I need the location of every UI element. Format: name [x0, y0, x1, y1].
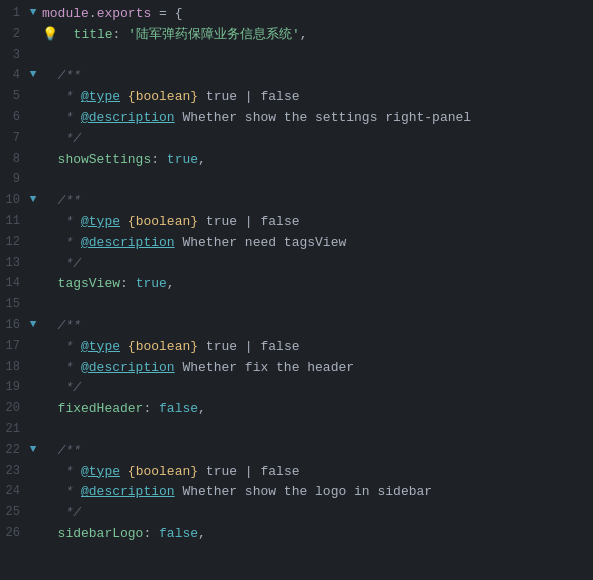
line-10: 10 ▼ /**	[0, 191, 593, 212]
fold-4[interactable]: ▼	[28, 66, 38, 84]
line-content-13: */	[38, 254, 585, 275]
line-26: 26 sidebarLogo: false,	[0, 524, 593, 545]
line-num-4: 4	[0, 66, 28, 85]
line-num-8: 8	[0, 150, 28, 169]
line-11: 11 * @type {boolean} true | false	[0, 212, 593, 233]
line-num-11: 11	[0, 212, 28, 231]
line-22: 22 ▼ /**	[0, 441, 593, 462]
line-2: 2 💡 title: '陆军弹药保障业务信息系统',	[0, 25, 593, 46]
line-num-2: 2	[0, 25, 28, 44]
line-content-7: */	[38, 129, 585, 150]
line-3: 3	[0, 46, 593, 67]
line-num-5: 5	[0, 87, 28, 106]
fold-1[interactable]: ▼	[28, 4, 38, 22]
fold-16[interactable]: ▼	[28, 316, 38, 334]
fold-22[interactable]: ▼	[28, 441, 38, 459]
line-content-16: /**	[38, 316, 585, 337]
line-num-17: 17	[0, 337, 28, 356]
line-24: 24 * @description Whether show the logo …	[0, 482, 593, 503]
line-num-18: 18	[0, 358, 28, 377]
line-content-2: 💡 title: '陆军弹药保障业务信息系统',	[38, 25, 585, 46]
line-17: 17 * @type {boolean} true | false	[0, 337, 593, 358]
line-num-10: 10	[0, 191, 28, 210]
line-19: 19 */	[0, 378, 593, 399]
line-4: 4 ▼ /**	[0, 66, 593, 87]
line-num-20: 20	[0, 399, 28, 418]
line-9: 9	[0, 170, 593, 191]
line-num-21: 21	[0, 420, 28, 439]
line-content-5: * @type {boolean} true | false	[38, 87, 585, 108]
line-num-25: 25	[0, 503, 28, 522]
line-content-21	[38, 420, 585, 441]
line-content-4: /**	[38, 66, 585, 87]
line-16: 16 ▼ /**	[0, 316, 593, 337]
line-15: 15	[0, 295, 593, 316]
line-content-24: * @description Whether show the logo in …	[38, 482, 585, 503]
line-num-6: 6	[0, 108, 28, 127]
line-content-15	[38, 295, 585, 316]
line-content-20: fixedHeader: false,	[38, 399, 585, 420]
line-25: 25 */	[0, 503, 593, 524]
line-num-1: 1	[0, 4, 28, 23]
line-content-12: * @description Whether need tagsView	[38, 233, 585, 254]
line-content-22: /**	[38, 441, 585, 462]
line-content-18: * @description Whether fix the header	[38, 358, 585, 379]
line-5: 5 * @type {boolean} true | false	[0, 87, 593, 108]
line-num-26: 26	[0, 524, 28, 543]
line-13: 13 */	[0, 254, 593, 275]
line-12: 12 * @description Whether need tagsView	[0, 233, 593, 254]
line-23: 23 * @type {boolean} true | false	[0, 462, 593, 483]
line-num-15: 15	[0, 295, 28, 314]
line-content-6: * @description Whether show the settings…	[38, 108, 585, 129]
line-14: 14 tagsView: true,	[0, 274, 593, 295]
line-content-26: sidebarLogo: false,	[38, 524, 585, 545]
line-num-24: 24	[0, 482, 28, 501]
line-content-25: */	[38, 503, 585, 524]
line-num-19: 19	[0, 378, 28, 397]
fold-10[interactable]: ▼	[28, 191, 38, 209]
line-num-23: 23	[0, 462, 28, 481]
line-20: 20 fixedHeader: false,	[0, 399, 593, 420]
line-num-14: 14	[0, 274, 28, 293]
line-num-3: 3	[0, 46, 28, 65]
line-21: 21	[0, 420, 593, 441]
line-num-16: 16	[0, 316, 28, 335]
line-content-9	[38, 170, 585, 191]
line-content-3	[38, 46, 585, 67]
line-content-23: * @type {boolean} true | false	[38, 462, 585, 483]
code-area: 1 ▼ module.exports = { 2 💡 title: '陆军弹药保…	[0, 0, 593, 549]
line-8: 8 showSettings: true,	[0, 150, 593, 171]
line-6: 6 * @description Whether show the settin…	[0, 108, 593, 129]
line-num-9: 9	[0, 170, 28, 189]
line-1: 1 ▼ module.exports = {	[0, 4, 593, 25]
line-content-8: showSettings: true,	[38, 150, 585, 171]
line-num-7: 7	[0, 129, 28, 148]
line-content-10: /**	[38, 191, 585, 212]
line-7: 7 */	[0, 129, 593, 150]
line-num-12: 12	[0, 233, 28, 252]
line-content-1: module.exports = {	[38, 4, 585, 25]
line-content-14: tagsView: true,	[38, 274, 585, 295]
line-content-19: */	[38, 378, 585, 399]
line-content-17: * @type {boolean} true | false	[38, 337, 585, 358]
line-18: 18 * @description Whether fix the header	[0, 358, 593, 379]
line-num-22: 22	[0, 441, 28, 460]
line-content-11: * @type {boolean} true | false	[38, 212, 585, 233]
code-editor: 1 ▼ module.exports = { 2 💡 title: '陆军弹药保…	[0, 0, 593, 580]
line-num-13: 13	[0, 254, 28, 273]
